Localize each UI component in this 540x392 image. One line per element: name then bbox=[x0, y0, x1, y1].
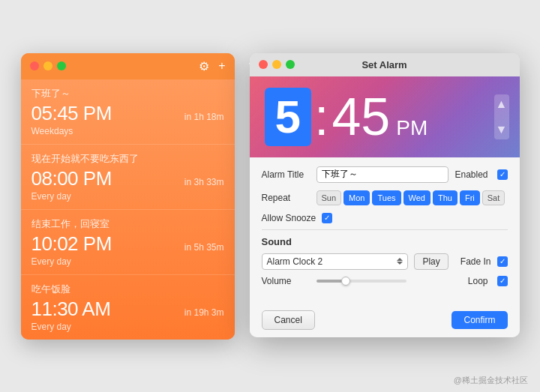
fade-in-label: Fade In bbox=[460, 256, 491, 267]
sound-select-arrows bbox=[397, 258, 403, 265]
sound-name: Alarm Clock 2 bbox=[267, 256, 394, 267]
chevron-up-icon: ▲ bbox=[496, 97, 508, 111]
clock-hour-box[interactable]: 5 bbox=[265, 88, 311, 146]
day-sun[interactable]: Sun bbox=[316, 190, 342, 205]
volume-slider-thumb bbox=[341, 277, 350, 286]
alarm-time: 08:00 PM bbox=[32, 167, 112, 190]
alarm-title-label: Alarm Title bbox=[262, 169, 310, 180]
traffic-lights bbox=[30, 61, 66, 70]
dialog-footer: Cancel Confirm bbox=[250, 303, 520, 337]
enabled-label: Enabled bbox=[454, 169, 488, 180]
alarm-time-row: 10:02 PM in 5h 35m bbox=[32, 232, 224, 256]
dialog-traffic-lights bbox=[259, 60, 295, 69]
dialog-close-button[interactable] bbox=[259, 60, 268, 69]
day-thu[interactable]: Thu bbox=[433, 190, 458, 205]
alarm-remaining: in 19h 3m bbox=[184, 307, 224, 318]
gear-icon[interactable]: ⚙ bbox=[199, 59, 209, 73]
repeat-row: Repeat Sun Mon Tues Wed Thu Fri Sat bbox=[262, 190, 508, 205]
alarm-repeat: Weekdays bbox=[32, 126, 224, 136]
chevron-down-icon bbox=[397, 262, 403, 265]
alarm-time-row: 05:45 PM in 1h 18m bbox=[32, 102, 224, 125]
confirm-button[interactable]: Confirm bbox=[452, 311, 507, 329]
close-button[interactable] bbox=[30, 61, 39, 70]
clock-hour: 5 bbox=[275, 94, 301, 140]
day-sat[interactable]: Sat bbox=[482, 190, 506, 205]
cancel-button[interactable]: Cancel bbox=[262, 310, 315, 330]
allow-snooze-label: Allow Snooze bbox=[262, 213, 316, 223]
repeat-label: Repeat bbox=[262, 193, 310, 203]
clock-display: 5 : 45 PM ▲ ▼ bbox=[250, 76, 520, 157]
app-titlebar: Timeless ⚙ + bbox=[21, 53, 235, 79]
alarm-label: 下班了～ bbox=[32, 87, 224, 100]
days-row: Sun Mon Tues Wed Thu Fri Sat bbox=[316, 190, 508, 205]
dialog-body: Alarm Title Enabled ✓ Repeat Sun Mon Tue… bbox=[250, 157, 520, 303]
enabled-checkbox[interactable]: ✓ bbox=[497, 169, 508, 180]
alarm-label: 现在开始就不要吃东西了 bbox=[32, 152, 224, 166]
snooze-checkbox[interactable]: ✓ bbox=[322, 213, 332, 223]
alarm-time-row: 08:00 PM in 3h 33m bbox=[32, 167, 224, 190]
clock-colon: : bbox=[314, 91, 328, 143]
alarm-time: 05:45 PM bbox=[32, 102, 112, 125]
clock-scroll-arrows[interactable]: ▲ ▼ bbox=[494, 94, 509, 139]
maximize-button[interactable] bbox=[57, 61, 66, 70]
day-fri[interactable]: Fri bbox=[460, 190, 480, 205]
play-button[interactable]: Play bbox=[414, 253, 448, 270]
minimize-button[interactable] bbox=[44, 61, 52, 70]
sound-section-title: Sound bbox=[262, 236, 508, 247]
alarm-time: 10:02 PM bbox=[32, 232, 112, 256]
sound-select[interactable]: Alarm Clock 2 bbox=[262, 253, 409, 270]
dialog-title: Set Alarm bbox=[362, 59, 406, 70]
day-mon[interactable]: Mon bbox=[344, 190, 370, 205]
alarm-label: 结束工作，回寝室 bbox=[32, 217, 224, 231]
fade-in-checkbox[interactable]: ✓ bbox=[497, 256, 508, 267]
dialog-titlebar: Set Alarm bbox=[250, 53, 520, 76]
watermark: @稀土掘金技术社区 bbox=[454, 375, 528, 386]
day-wed[interactable]: Wed bbox=[404, 190, 430, 205]
add-alarm-button[interactable]: + bbox=[218, 59, 225, 73]
timeless-app: Timeless ⚙ + 下班了～ 05:45 PM in 1h 18m Wee… bbox=[21, 53, 235, 340]
chevron-down-icon: ▼ bbox=[496, 123, 508, 136]
day-tue[interactable]: Tues bbox=[372, 190, 400, 205]
loop-checkbox[interactable]: ✓ bbox=[497, 276, 508, 286]
alarm-title-row: Alarm Title Enabled ✓ bbox=[262, 166, 508, 183]
sound-row: Alarm Clock 2 Play Fade In ✓ bbox=[262, 253, 508, 270]
loop-label: Loop bbox=[468, 276, 488, 286]
alarm-item[interactable]: 吃午饭脸 11:30 AM in 19h 3m Every day bbox=[21, 275, 235, 340]
alarm-time: 11:30 AM bbox=[32, 298, 111, 321]
volume-slider[interactable] bbox=[316, 280, 406, 283]
alarm-repeat: Every day bbox=[32, 256, 224, 267]
divider bbox=[262, 229, 508, 230]
alarm-remaining: in 3h 33m bbox=[184, 177, 224, 187]
alarm-list: 下班了～ 05:45 PM in 1h 18m Weekdays 现在开始就不要… bbox=[21, 79, 235, 340]
clock-minutes: 45 bbox=[332, 91, 390, 143]
alarm-title-input[interactable] bbox=[316, 166, 449, 183]
clock-ampm: PM bbox=[396, 116, 428, 146]
alarm-remaining: in 5h 35m bbox=[184, 242, 224, 253]
set-alarm-dialog: Set Alarm 5 : 45 PM ▲ ▼ Alarm Title Enab… bbox=[250, 53, 520, 337]
alarm-remaining: in 1h 18m bbox=[184, 112, 224, 122]
alarm-item[interactable]: 现在开始就不要吃东西了 08:00 PM in 3h 33m Every day bbox=[21, 145, 235, 210]
alarm-repeat: Every day bbox=[32, 322, 224, 332]
volume-label: Volume bbox=[262, 276, 310, 286]
volume-row: Volume Loop ✓ bbox=[262, 276, 508, 286]
titlebar-actions: ⚙ + bbox=[199, 59, 225, 73]
alarm-item[interactable]: 下班了～ 05:45 PM in 1h 18m Weekdays bbox=[21, 79, 235, 145]
alarm-time-row: 11:30 AM in 19h 3m bbox=[32, 298, 224, 321]
chevron-up-icon bbox=[397, 258, 403, 261]
snooze-row: Allow Snooze ✓ bbox=[262, 213, 508, 223]
dialog-maximize-button[interactable] bbox=[286, 60, 295, 69]
dialog-minimize-button[interactable] bbox=[272, 60, 281, 69]
alarm-repeat: Every day bbox=[32, 191, 224, 202]
alarm-item[interactable]: 结束工作，回寝室 10:02 PM in 5h 35m Every day bbox=[21, 210, 235, 275]
alarm-label: 吃午饭脸 bbox=[32, 283, 224, 296]
